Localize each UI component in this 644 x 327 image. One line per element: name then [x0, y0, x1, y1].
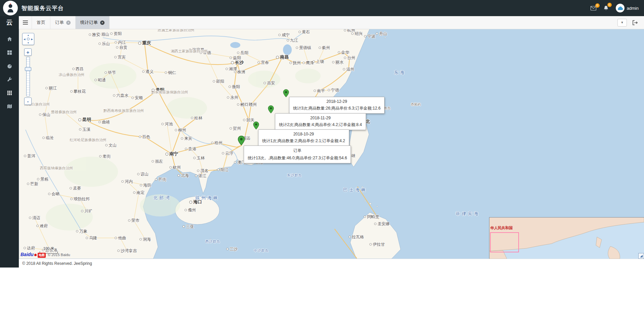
home-icon — [7, 36, 12, 42]
sidebar-toggle[interactable] — [19, 16, 32, 29]
map-pan-control[interactable]: ▲ ▼ ◀ ▶ — [22, 33, 34, 45]
sign-out-icon — [632, 20, 638, 25]
pan-down-icon[interactable]: ▼ — [27, 42, 30, 44]
map-marker[interactable] — [238, 135, 245, 146]
baidu-wordmark: Baidu — [21, 252, 34, 257]
baidu-logo[interactable]: Baidu 地图 — [21, 252, 46, 258]
dashboard-icon — [7, 63, 12, 69]
footer-copyright: © 2018 All Rights Reserved. JeeSpring — [22, 261, 92, 266]
map-canvas[interactable]: 重庆长沙南昌贵阳昆明南宁台北海口雅安眉山资阳内江自贡乐山宜宾西昌攀枝花丽江保山临… — [19, 29, 644, 259]
map-marker[interactable] — [268, 105, 274, 114]
collapse-icon — [640, 255, 643, 257]
pan-up-icon[interactable]: ▲ — [27, 34, 30, 36]
tab-3[interactable]: 统计订单× — [76, 16, 110, 29]
grid-icon — [7, 90, 12, 96]
caret-down-icon: ▼ — [621, 21, 624, 24]
user-menu[interactable]: admin — [616, 4, 639, 12]
overview-map[interactable]: 华人民共和国 — [489, 217, 644, 259]
tabs-dropdown-button[interactable]: ▼ — [617, 19, 627, 27]
modules-icon — [7, 50, 12, 55]
sidebar-item-map[interactable] — [0, 99, 19, 113]
sidebar-item-dashboard[interactable] — [0, 59, 19, 73]
avatar — [616, 4, 625, 12]
tab-2[interactable]: 订单× — [50, 16, 76, 29]
map-attribution: Baidu 地图 © 2015 Baidu — [21, 252, 70, 258]
tab-label: 统计订单 — [80, 19, 98, 26]
pan-left-icon[interactable]: ◀ — [24, 38, 25, 40]
app-window: 智能服务云平台 0 0 — [0, 0, 644, 327]
tab-1[interactable]: 首页 — [32, 16, 50, 29]
footer: © 2018 All Rights Reserved. JeeSpring — [19, 259, 644, 268]
sidebar-item-statistics[interactable] — [0, 86, 19, 99]
logout-button[interactable] — [630, 20, 640, 26]
tab-close-icon[interactable]: × — [66, 21, 71, 25]
map-marker[interactable] — [253, 121, 259, 130]
notifications-count-badge: 0 — [607, 3, 612, 7]
wrench-icon — [7, 77, 12, 82]
baidu-paw-icon — [34, 254, 37, 256]
sidebar-item-tools[interactable] — [0, 73, 19, 86]
zoom-slider[interactable] — [26, 57, 30, 96]
sidebar: 云 — [0, 0, 19, 268]
messages-button[interactable]: 0 — [591, 6, 596, 10]
open-tabs: 首页订单×统计订单× — [32, 16, 110, 29]
tab-bar: 首页订单×统计订单× ▼ — [19, 16, 644, 29]
header: 智能服务云平台 0 0 — [0, 0, 644, 16]
sidebar-item-modules[interactable] — [0, 46, 19, 59]
zoom-out-button[interactable]: - — [24, 97, 32, 105]
app-logo[interactable] — [3, 1, 18, 15]
tab-close-icon[interactable]: × — [100, 21, 105, 25]
map-copyright: © 2015 Baidu — [48, 253, 70, 257]
map-zoom-control: + - — [24, 48, 32, 105]
messages-count-badge: 0 — [595, 3, 600, 8]
zoom-slider-handle[interactable] — [25, 67, 31, 71]
sidebar-item-home[interactable] — [0, 32, 19, 46]
map-icon — [7, 104, 12, 109]
robot-logo-icon — [6, 3, 15, 13]
hamburger-icon — [23, 21, 28, 25]
notifications-button[interactable]: 0 — [604, 5, 608, 11]
overview-toggle-button[interactable] — [638, 253, 644, 259]
tab-label: 订单 — [55, 19, 64, 26]
zoom-in-button[interactable]: + — [24, 48, 32, 56]
scale-label: 100 米 — [43, 246, 54, 250]
username: admin — [627, 6, 639, 11]
sidebar-nav — [0, 32, 19, 113]
baidu-map-badge: 地图 — [38, 253, 46, 258]
map-marker[interactable] — [283, 89, 289, 97]
cloud-avatar-icon — [617, 6, 623, 10]
page-title: 智能服务云平台 — [22, 4, 64, 12]
tab-label: 首页 — [37, 19, 45, 26]
sidebar-logo[interactable]: 云 — [0, 16, 19, 29]
overview-viewport-rect[interactable] — [490, 232, 519, 252]
pan-right-icon[interactable]: ▶ — [31, 38, 33, 40]
overview-country-label: 华人民共和国 — [490, 226, 513, 231]
